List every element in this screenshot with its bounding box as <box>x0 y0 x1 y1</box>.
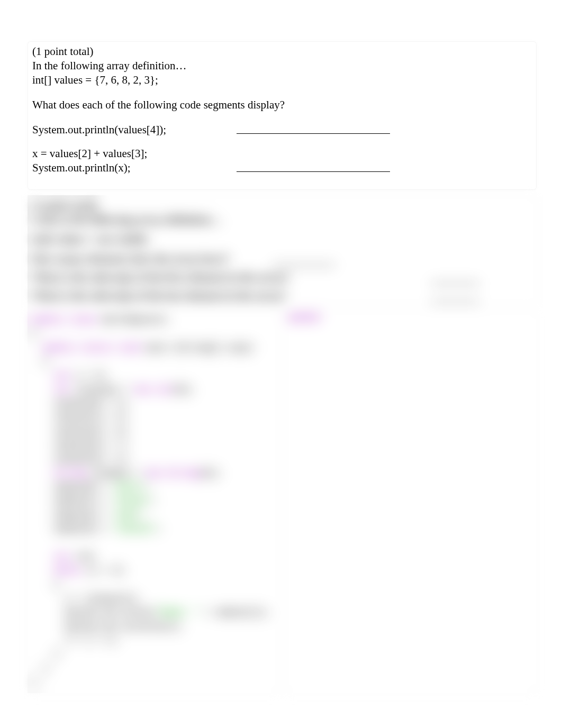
kw-new-int: new int <box>135 385 173 395</box>
q1-decl: int[] values = {7, 6, 8, 2, 3}; <box>32 74 532 87</box>
brace-close-2: } <box>43 663 48 674</box>
n1c: ; <box>151 496 156 506</box>
v0: values[0] = 3; <box>54 398 130 408</box>
v3: values[3] = 7; <box>54 440 130 450</box>
v1: values[1] = 5; <box>54 412 130 422</box>
code-card: public class WorthXpoints { public stati… <box>28 310 280 693</box>
q1-code-1: System.out.println(values[4]); <box>32 123 237 136</box>
kw-int-i: int <box>54 552 70 562</box>
q2-p2-text: What is the subscript of the first eleme… <box>32 271 289 284</box>
brace-open-3: { <box>54 580 59 590</box>
main-sig: main (String[] args) <box>140 343 253 353</box>
brace-close-3: } <box>54 649 59 659</box>
q2-blank-3[interactable] <box>431 294 479 303</box>
str-sz: [4]; <box>200 468 221 478</box>
q2-part-3: What is the subscript of the last elemen… <box>32 289 532 303</box>
q2-intro: Look at the following array definition… <box>32 213 532 226</box>
q2-p3-text: What is the subscript of the last elemen… <box>32 289 287 303</box>
output-label: OUTPUT <box>288 313 321 323</box>
kw-int-x: int <box>54 370 70 380</box>
q2-decl: int[] values = new int[8]; <box>32 233 532 246</box>
kw-new-string: new String <box>146 468 200 478</box>
body2a: System.out.print( <box>65 607 156 617</box>
while-cond: (i < 4) <box>81 566 124 576</box>
n3b: "Connie" <box>113 524 157 534</box>
q2-p1-text: How many elements does the array have? <box>32 252 270 266</box>
q1-intro: In the following array definition… <box>32 59 532 72</box>
n2b: "Sam" <box>113 510 140 520</box>
v2: values[2] = 9; <box>54 426 130 436</box>
body4: i = i + 1; <box>65 635 119 645</box>
q2-part-2: What is the subscript of the first eleme… <box>32 271 532 284</box>
q1-segment-1: System.out.println(values[4]); <box>32 123 532 136</box>
n2a: names[2] = <box>54 510 113 520</box>
decl-i: i=0; <box>70 552 97 562</box>
q1-code-2b: System.out.println(x); <box>32 161 237 175</box>
n3c: ; <box>157 524 162 534</box>
q2-blank-2[interactable] <box>431 276 479 284</box>
q1-segment-2: System.out.println(x); <box>32 161 532 175</box>
kw-int-arr: int <box>54 385 70 395</box>
n1a: names[1] = <box>54 496 113 506</box>
q2-part-1: How many elements does the array have? <box>32 252 532 266</box>
body2b: "Name: " <box>157 607 200 617</box>
kw-main: public static void <box>43 343 140 353</box>
decl-x: x = 0; <box>70 370 107 380</box>
code-output-row: public class WorthXpoints { public stati… <box>28 310 537 693</box>
kw-string: String <box>54 468 86 478</box>
n3a: names[3] = <box>54 524 113 534</box>
kw-public-class: public class <box>32 315 97 325</box>
brace-open-2: { <box>43 357 48 367</box>
n0a: names[0] = <box>54 482 113 492</box>
answer-blank-2[interactable] <box>237 161 390 172</box>
locked-preview-region: (1 point total) Look at the following ar… <box>28 195 537 693</box>
body2c: + names[i]); <box>200 607 270 617</box>
arr-decl: []values = <box>70 385 134 395</box>
class-name: WorthXpoints <box>97 315 167 325</box>
n0c: ; <box>146 482 151 492</box>
q1-points: (1 point total) <box>32 45 532 58</box>
arr-sz: [5]; <box>173 385 194 395</box>
question-1-card: (1 point total) In the following array d… <box>28 41 537 190</box>
kw-while: while <box>54 566 81 576</box>
v4: values[4] = 2; <box>54 454 130 464</box>
answer-blank-1[interactable] <box>237 123 390 134</box>
output-card: OUTPUT <box>284 310 537 693</box>
q1-prompt: What does each of the following code seg… <box>32 98 532 112</box>
question-2-card: (1 point total) Look at the following ar… <box>28 195 537 306</box>
brace-open-1: { <box>32 329 38 339</box>
n1b: "Susan" <box>113 496 151 506</box>
brace-close-1: } <box>32 677 38 687</box>
body1: x = values[i]; <box>65 594 140 604</box>
body3: System.out.println(x); <box>65 622 183 632</box>
q2-blank-1[interactable] <box>273 257 335 266</box>
q2-points: (1 point total) <box>32 199 532 212</box>
str-decl: []names = <box>86 468 146 478</box>
n2c: ; <box>140 510 146 520</box>
q1-code-2a: x = values[2] + values[3]; <box>32 147 532 160</box>
n0b: "Bill" <box>113 482 146 492</box>
